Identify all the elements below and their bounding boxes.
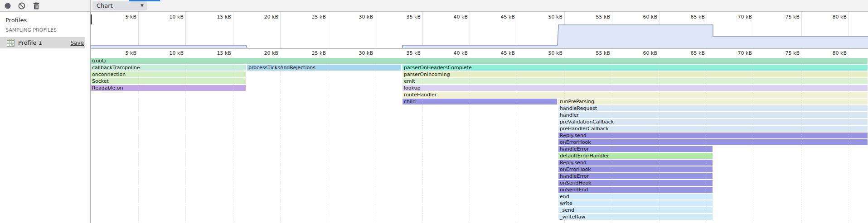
flame-gridline: [138, 57, 139, 223]
flame-gridline: [659, 57, 659, 223]
flame-frame[interactable]: processTicksAndRejections: [247, 65, 401, 71]
flame-ruler-tick-label: 80 kB: [820, 50, 847, 56]
record-button[interactable]: [3, 1, 12, 10]
flame-gridline: [801, 57, 802, 223]
flame-ruler-tick-label: 75 kB: [772, 50, 800, 56]
flame-frame[interactable]: lookup: [402, 85, 868, 91]
flame-ruler-tick-label: 45 kB: [488, 50, 515, 56]
panel-divider: [90, 0, 91, 12]
flame-gridline: [328, 57, 328, 223]
profile-name: Profile 1: [18, 39, 42, 46]
sampling-profile-icon: %: [7, 39, 15, 47]
flame-gridline: [422, 57, 423, 223]
profiles-sidebar: Profiles SAMPLING PROFILES % Profile 1 S…: [0, 12, 91, 223]
flame-chart-ruler: 5 kB10 kB15 kB20 kB25 kB30 kB35 kB40 kB4…: [91, 49, 868, 57]
flame-ruler-tick-label: 55 kB: [583, 50, 610, 56]
flame-ruler-tick-label: 5 kB: [109, 50, 136, 56]
flame-ruler-tick-label: 10 kB: [156, 50, 184, 56]
chevron-down-icon: ▼: [141, 3, 144, 8]
flame-frame[interactable]: onSendEnd: [558, 187, 713, 193]
flame-ruler-tick-label: 20 kB: [251, 50, 278, 56]
flame-frame[interactable]: (root): [91, 58, 868, 64]
memory-profiler-panel: Chart ▼ Profiles SAMPLING PROFILES % Pro…: [0, 0, 868, 223]
flame-gridline: [612, 57, 612, 223]
flame-gridline: [517, 57, 517, 223]
flame-ruler-tick-label: 30 kB: [346, 50, 373, 56]
flame-ruler-tick-label: 70 kB: [725, 50, 752, 56]
flame-frame[interactable]: write_: [558, 200, 713, 206]
flame-gridline: [470, 57, 470, 223]
flame-frame[interactable]: onErrorHook: [558, 166, 713, 172]
active-tab-indicator: [129, 0, 160, 1]
flame-frame[interactable]: callbackTrampoline: [91, 65, 246, 71]
flame-frame[interactable]: parserOnHeadersComplete: [402, 65, 868, 71]
flame-frame[interactable]: _send: [558, 207, 713, 213]
flame-frame[interactable]: handleError: [558, 146, 713, 152]
flame-gridline: [185, 57, 186, 223]
flame-frame[interactable]: Readable.on: [91, 85, 246, 91]
flame-frame[interactable]: onSendHook: [558, 180, 713, 186]
overview-selection-handle[interactable]: [91, 14, 92, 24]
toolbar-separator: [28, 2, 28, 9]
profile-list-item[interactable]: % Profile 1 Save: [0, 37, 85, 48]
overview-area-chart: [91, 12, 868, 49]
flame-frame[interactable]: onconnection: [91, 71, 246, 77]
flame-ruler-tick-label: 60 kB: [630, 50, 657, 56]
flame-ruler-tick-label: 50 kB: [535, 50, 563, 56]
chart-view-select-value: Chart: [97, 2, 113, 9]
flame-frame[interactable]: defaultErrorHandler: [558, 153, 713, 159]
flame-gridline: [849, 57, 849, 223]
sampling-profiles-section-label: SAMPLING PROFILES: [5, 27, 57, 33]
flame-ruler-tick-label: 25 kB: [299, 50, 326, 56]
flame-frame[interactable]: child: [402, 99, 557, 104]
no-symbol-icon: [17, 1, 26, 10]
flame-gridline: [707, 57, 707, 223]
flame-gridline: [233, 57, 233, 223]
clear-profiles-button[interactable]: [17, 1, 26, 10]
flame-ruler-tick-label: 15 kB: [204, 50, 231, 56]
chart-view-select[interactable]: Chart ▼: [92, 1, 147, 10]
flame-ruler-tick-label: 35 kB: [393, 50, 421, 56]
flame-ruler-tick-label: 40 kB: [441, 50, 468, 56]
sidebar-title: Profiles: [5, 17, 27, 24]
save-profile-link[interactable]: Save: [71, 40, 84, 46]
flame-frame[interactable]: preHandlerCallback: [558, 126, 868, 132]
flame-gridline: [564, 57, 565, 223]
flame-frame[interactable]: preValidationCallback: [558, 119, 868, 125]
svg-text:%: %: [11, 43, 14, 47]
flame-gridline: [754, 57, 754, 223]
flame-gridline: [375, 57, 375, 223]
flame-frame[interactable]: handleRequest: [558, 105, 868, 111]
memory-overview-pane[interactable]: 5 kB10 kB15 kB20 kB25 kB30 kB35 kB40 kB4…: [91, 12, 868, 49]
flame-frame[interactable]: _writeRaw: [558, 214, 713, 220]
profiler-chart-area: 5 kB10 kB15 kB20 kB25 kB30 kB35 kB40 kB4…: [91, 12, 868, 223]
flame-frame[interactable]: end: [558, 194, 713, 199]
toolbar: Chart ▼: [0, 0, 868, 12]
flame-ruler-tick-label: 65 kB: [678, 50, 705, 56]
flame-frame[interactable]: handler: [558, 112, 868, 118]
flame-frame[interactable]: onErrorHook: [558, 139, 868, 145]
flame-frame[interactable]: Socket: [91, 78, 246, 84]
flame-frame[interactable]: runPreParsing: [558, 99, 868, 104]
delete-profile-button[interactable]: [32, 1, 41, 10]
flame-chart: (root)callbackTrampolineprocessTicksAndR…: [91, 57, 868, 223]
flame-frame[interactable]: emit: [402, 78, 868, 84]
record-circle-icon: [3, 1, 12, 10]
flame-frame[interactable]: Reply.send: [558, 133, 868, 138]
flame-frame[interactable]: Reply.send: [558, 160, 713, 166]
flame-frame[interactable]: handleError: [558, 173, 713, 179]
trash-icon: [32, 1, 41, 10]
flame-frame[interactable]: routeHandler: [402, 92, 868, 98]
flame-gridline: [280, 57, 281, 223]
flame-frame[interactable]: parserOnIncoming: [402, 71, 868, 77]
